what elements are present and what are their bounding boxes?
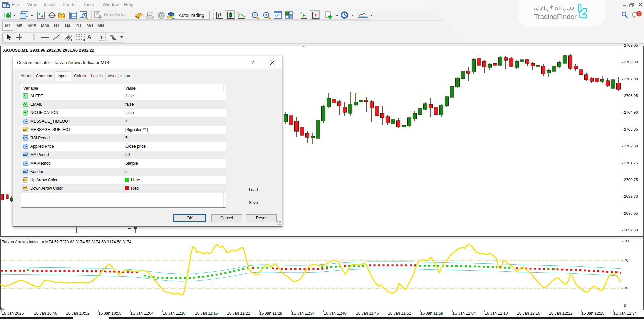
svg-text:123: 123 <box>23 162 28 165</box>
svg-text:ab: ab <box>23 128 27 132</box>
svg-text:123: 123 <box>23 145 28 148</box>
svg-text:123: 123 <box>23 120 28 123</box>
svg-text:123: 123 <box>23 153 28 156</box>
svg-text:E: E <box>71 38 73 42</box>
svg-text:F: F <box>83 39 85 42</box>
svg-text:123: 123 <box>23 170 28 173</box>
svg-text:1: 1 <box>638 12 640 16</box>
svg-text:T: T <box>100 35 103 40</box>
svg-text:123: 123 <box>23 137 28 140</box>
